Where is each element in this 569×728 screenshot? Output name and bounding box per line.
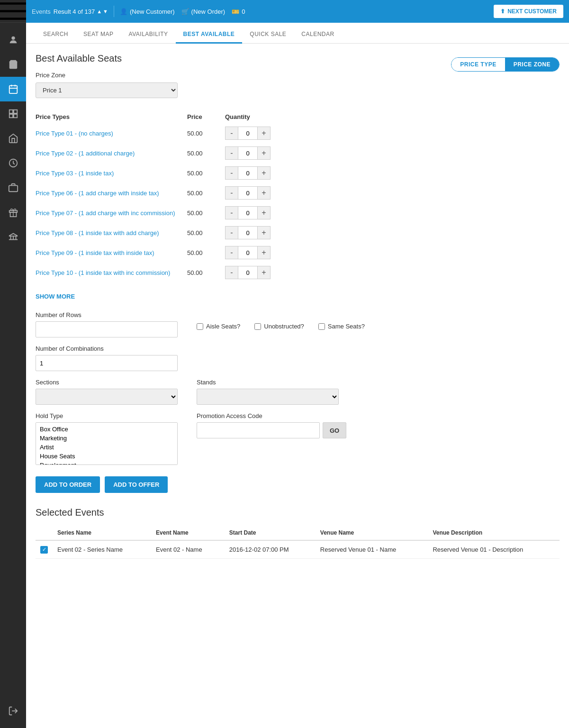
hold-type-option-2[interactable]: Artist (36, 443, 177, 452)
qty-plus-2[interactable]: + (257, 166, 271, 180)
calendar-active-icon[interactable] (0, 77, 26, 101)
price-type-row: Price Type 08 - (1 inside tax with add c… (36, 223, 282, 243)
event-table-row: ✓ Event 02 - Series Name Event 02 - Name… (36, 540, 560, 558)
price-zone-select[interactable]: Price 1 (36, 82, 178, 98)
tab-best-available[interactable]: BEST AVAILABLE (176, 26, 243, 44)
sections-select[interactable] (36, 389, 178, 405)
qty-minus-2[interactable]: - (225, 166, 238, 180)
qty-input-0[interactable] (238, 127, 257, 140)
qty-input-3[interactable] (238, 186, 257, 200)
event-checkbox-0[interactable]: ✓ (40, 546, 48, 554)
tab-availability[interactable]: AVAILABILITY (121, 26, 176, 44)
combinations-group: Number of Combinations (36, 345, 178, 371)
ticket-count: 0 (242, 8, 245, 15)
store-icon[interactable] (0, 126, 26, 151)
price-amount-6: 50.00 (187, 249, 203, 256)
stands-select[interactable] (197, 389, 339, 405)
price-type-toggle[interactable]: PRICE TYPE (452, 58, 505, 71)
qty-minus-1[interactable]: - (225, 146, 238, 160)
qty-minus-0[interactable]: - (225, 127, 238, 140)
main-content: Best Available Seats PRICE TYPE PRICE ZO… (26, 44, 569, 728)
qty-minus-3[interactable]: - (225, 186, 238, 200)
qty-plus-3[interactable]: + (257, 186, 271, 200)
stands-label: Stands (197, 379, 339, 386)
qty-minus-5[interactable]: - (225, 226, 238, 239)
price-type-row: Price Type 09 - (1 inside tax with insid… (36, 243, 282, 263)
hold-type-option-1[interactable]: Marketing (36, 434, 177, 443)
next-customer-button[interactable]: ⬆ NEXT CUSTOMER (494, 5, 563, 18)
hold-type-listbox[interactable]: Box OfficeMarketingArtistHouse SeatsDeve… (36, 422, 178, 465)
result-text: Result 4 of 137 (54, 8, 95, 15)
tab-calendar[interactable]: CALENDAR (294, 26, 342, 44)
col-series-name: Series Name (53, 526, 151, 540)
cart-icon[interactable] (0, 52, 26, 77)
add-to-order-button[interactable]: ADD TO ORDER (36, 476, 100, 493)
qty-minus-7[interactable]: - (225, 266, 238, 279)
number-of-rows-input[interactable] (36, 321, 178, 337)
price-type-name-7: Price Type 10 - (1 inside tax with inc c… (36, 269, 170, 276)
go-button[interactable]: GO (323, 422, 346, 438)
qty-input-1[interactable] (238, 146, 257, 160)
hold-type-option-4[interactable]: Development (36, 461, 177, 465)
qty-plus-4[interactable]: + (257, 206, 271, 219)
stands-group: Stands (197, 379, 339, 405)
qty-plus-7[interactable]: + (257, 266, 271, 279)
sidebar (0, 0, 26, 728)
combinations-input[interactable] (36, 355, 178, 371)
price-type-name-4: Price Type 07 - (1 add charge with inc c… (36, 209, 175, 217)
qty-plus-6[interactable]: + (257, 246, 271, 259)
checkbox-group: Aisle Seats? Unobstructed? Same Seats? (197, 311, 365, 330)
qty-input-6[interactable] (238, 246, 257, 259)
price-type-name-6: Price Type 09 - (1 inside tax with insid… (36, 249, 154, 256)
aisle-seats-checkbox-item[interactable]: Aisle Seats? (197, 323, 240, 330)
svg-rect-11 (9, 114, 12, 118)
qty-minus-6[interactable]: - (225, 246, 238, 259)
hold-type-label: Hold Type (36, 412, 178, 419)
price-type-row: Price Type 02 - (1 additional charge) 50… (36, 143, 282, 163)
tab-search[interactable]: SEARCH (36, 26, 76, 44)
svg-rect-2 (0, 18, 26, 20)
qty-input-5[interactable] (238, 226, 257, 239)
hold-type-option-0[interactable]: Box Office (36, 425, 177, 434)
unobstructed-checkbox[interactable] (254, 323, 261, 330)
qty-input-2[interactable] (238, 166, 257, 180)
price-zone-label: Price Zone (36, 72, 560, 79)
logout-icon[interactable] (0, 699, 26, 723)
unobstructed-checkbox-item[interactable]: Unobstructed? (254, 323, 304, 330)
qty-minus-4[interactable]: - (225, 206, 238, 219)
event-venue-desc-0: Reserved Venue 01 - Description (428, 540, 560, 558)
price-amount-5: 50.00 (187, 229, 203, 237)
menu-icon[interactable] (0, 0, 26, 23)
qty-plus-0[interactable]: + (257, 127, 271, 140)
same-seats-checkbox-item[interactable]: Same Seats? (318, 323, 365, 330)
bank-icon[interactable] (0, 225, 26, 249)
promo-input-row: GO (197, 422, 346, 438)
event-name-0: Event 02 - Name (151, 540, 225, 558)
qty-input-4[interactable] (238, 206, 257, 219)
clock-icon[interactable] (0, 151, 26, 175)
sections-stands-row: Sections Stands (36, 379, 560, 405)
add-to-offer-button[interactable]: ADD TO OFFER (105, 476, 168, 493)
user-icon[interactable] (0, 27, 26, 52)
tab-seat-map[interactable]: SEAT MAP (76, 26, 121, 44)
chevron-up-icon[interactable]: ▲ (97, 9, 102, 14)
chevron-down-icon[interactable]: ▼ (103, 9, 108, 14)
same-seats-checkbox[interactable] (318, 323, 325, 330)
ticket-header-icon: 🎫 (232, 8, 239, 15)
qty-plus-5[interactable]: + (257, 226, 271, 239)
qty-plus-1[interactable]: + (257, 146, 271, 160)
briefcase-icon[interactable] (0, 175, 26, 200)
hold-type-option-3[interactable]: House Seats (36, 452, 177, 461)
show-more-link[interactable]: SHOW MORE (36, 293, 75, 300)
grid-icon[interactable] (0, 101, 26, 126)
qty-input-7[interactable] (238, 266, 257, 279)
rows-form-row: Number of Rows Aisle Seats? Unobstructed… (36, 311, 560, 337)
price-amount-0: 50.00 (187, 130, 203, 137)
price-type-name-2: Price Type 03 - (1 inside tax) (36, 170, 114, 177)
promotion-input[interactable] (197, 422, 320, 438)
tab-quick-sale[interactable]: QUICK SALE (242, 26, 294, 44)
aisle-seats-label: Aisle Seats? (206, 323, 240, 330)
price-zone-toggle[interactable]: PRICE ZONE (505, 58, 559, 71)
gift-icon[interactable] (0, 200, 26, 225)
aisle-seats-checkbox[interactable] (197, 323, 203, 330)
